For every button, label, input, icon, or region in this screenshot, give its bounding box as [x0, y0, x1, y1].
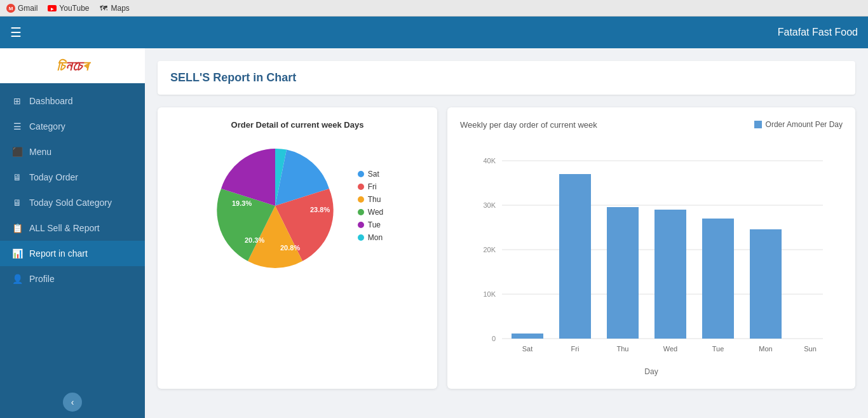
page-title: SELL'S Report in Chart	[158, 61, 855, 95]
youtube-tab[interactable]: YouTube	[48, 4, 89, 13]
bar-thu	[607, 207, 639, 339]
bar-fri	[559, 174, 591, 339]
sidebar-item-menu[interactable]: ⬛ Menu	[0, 139, 145, 165]
legend-item-mon: Mon	[358, 233, 383, 242]
svg-text:20K: 20K	[483, 246, 496, 253]
sidebar-item-report-in-chart[interactable]: 📊 Report in chart	[0, 241, 145, 266]
legend-item-fri: Fri	[358, 182, 383, 191]
legend-dot-tue	[358, 222, 364, 228]
legend-dot-mon	[358, 234, 364, 241]
body-layout: চিনচেৰ ⊞ Dashboard ☰ Category ⬛ Menu 🖥	[0, 48, 868, 418]
gmail-label: Gmail	[18, 4, 37, 13]
legend-dot-wed	[358, 209, 364, 215]
category-icon: ☰	[11, 121, 23, 131]
svg-text:40K: 40K	[483, 157, 496, 165]
sidebar-item-label: Menu	[29, 147, 51, 157]
sidebar-logo: চিনচেৰ	[0, 48, 145, 83]
sidebar-item-label: Today Sold Category	[29, 198, 112, 208]
today-sold-icon: 🖥	[11, 198, 23, 208]
legend-label-wed: Wed	[368, 208, 383, 217]
wed-label: 20.3%	[245, 236, 264, 244]
chart-icon: 📊	[11, 248, 23, 259]
legend-item-tue: Tue	[358, 220, 383, 229]
legend-label-fri: Fri	[368, 182, 377, 191]
sidebar-item-category[interactable]: ☰ Category	[0, 114, 145, 139]
app-title: Fatafat Fast Food	[778, 27, 858, 38]
sidebar-item-all-sell-report[interactable]: 📋 ALL Sell & Report	[0, 215, 145, 241]
sidebar-item-label: Category	[29, 121, 65, 131]
bar-wed	[654, 210, 686, 339]
sidebar-item-today-sold-category[interactable]: 🖥 Today Sold Category	[0, 190, 145, 215]
main-content: SELL'S Report in Chart Order Detail of c…	[145, 48, 868, 418]
tue-label: 19.3%	[232, 199, 252, 207]
sidebar-item-label: Today Order	[29, 172, 78, 182]
sidebar-item-dashboard[interactable]: ⊞ Dashboard	[0, 88, 145, 114]
legend-label-sat: Sat	[368, 170, 379, 179]
legend-label-mon: Mon	[368, 233, 383, 242]
legend-label-thu: Thu	[368, 195, 381, 204]
svg-text:Sat: Sat	[522, 345, 533, 353]
svg-text:10K: 10K	[483, 290, 496, 298]
legend-dot-thu	[358, 196, 364, 203]
bar-legend-label: Order Amount Per Day	[766, 120, 843, 129]
sidebar-item-label: Report in chart	[29, 248, 88, 259]
sidebar-item-profile[interactable]: 👤 Profile	[0, 266, 145, 292]
charts-container: Order Detail of current week Days 23.8%	[158, 107, 855, 389]
youtube-label: YouTube	[59, 4, 89, 13]
gmail-icon	[6, 4, 15, 13]
bar-chart-card: Weekly per day order of current week Ord…	[447, 107, 855, 389]
pie-svg: 23.8% 20.8% 20.3%	[212, 142, 339, 269]
svg-text:Mon: Mon	[759, 345, 772, 353]
youtube-icon	[48, 5, 57, 11]
legend-item-sat: Sat	[358, 170, 383, 179]
bar-mon	[750, 229, 782, 339]
bar-legend-square	[754, 121, 762, 128]
fri-label: 23.8%	[310, 206, 330, 213]
legend-item-wed: Wed	[358, 208, 383, 217]
menu-icon: ⬛	[11, 147, 23, 157]
pie-chart-title: Order Detail of current week Days	[170, 120, 424, 130]
dashboard-icon: ⊞	[11, 96, 23, 106]
legend-dot-sat	[358, 171, 364, 177]
svg-text:Tue: Tue	[712, 345, 724, 353]
svg-text:Sun: Sun	[804, 345, 817, 353]
bar-chart-legend: Order Amount Per Day	[754, 120, 843, 129]
sidebar: চিনচেৰ ⊞ Dashboard ☰ Category ⬛ Menu 🖥	[0, 48, 145, 418]
legend-item-thu: Thu	[358, 195, 383, 204]
bar-tue	[702, 219, 734, 339]
hamburger-button[interactable]: ☰	[10, 25, 22, 40]
x-axis-label: Day	[460, 367, 843, 376]
bar-sat	[512, 334, 543, 339]
svg-text:0: 0	[492, 335, 496, 342]
logo-text: চিনচেৰ	[57, 58, 88, 74]
gmail-tab[interactable]: Gmail	[6, 4, 37, 13]
sidebar-collapse-button[interactable]: ‹	[63, 393, 82, 412]
svg-text:Wed: Wed	[663, 345, 677, 353]
pie-chart-area: 23.8% 20.8% 20.3%	[170, 142, 424, 269]
sidebar-item-today-order[interactable]: 🖥 Today Order	[0, 165, 145, 190]
sidebar-item-label: Dashboard	[29, 96, 73, 106]
legend-label-tue: Tue	[368, 220, 381, 229]
today-order-icon: 🖥	[11, 172, 23, 182]
maps-icon: 🗺	[100, 4, 109, 13]
thu-label: 20.8%	[280, 244, 300, 252]
pie-chart-card: Order Detail of current week Days 23.8%	[158, 107, 437, 389]
pie-legend: Sat Fri Thu	[358, 170, 383, 242]
bar-chart-svg: 40K 30K 20K 10K 0 Sat	[460, 148, 843, 364]
sidebar-nav: ⊞ Dashboard ☰ Category ⬛ Menu 🖥 Today Or…	[0, 83, 145, 386]
top-nav: ☰ Fatafat Fast Food	[0, 17, 868, 48]
maps-label: Maps	[111, 4, 130, 13]
profile-icon: 👤	[11, 274, 23, 284]
browser-bar: Gmail YouTube 🗺 Maps	[0, 0, 868, 17]
sell-report-icon: 📋	[11, 223, 23, 233]
svg-text:Fri: Fri	[571, 345, 580, 353]
sidebar-item-label: ALL Sell & Report	[29, 223, 100, 233]
legend-dot-fri	[358, 184, 364, 190]
sidebar-item-label: Profile	[29, 274, 55, 284]
sidebar-toggle-area: ‹	[0, 386, 145, 418]
bar-chart-title: Weekly per day order of current week	[460, 120, 597, 130]
maps-tab[interactable]: 🗺 Maps	[100, 4, 130, 13]
svg-text:Thu: Thu	[617, 345, 629, 353]
app: ☰ Fatafat Fast Food চিনচেৰ ⊞ Dashboard ☰…	[0, 17, 868, 418]
svg-text:30K: 30K	[483, 201, 496, 209]
